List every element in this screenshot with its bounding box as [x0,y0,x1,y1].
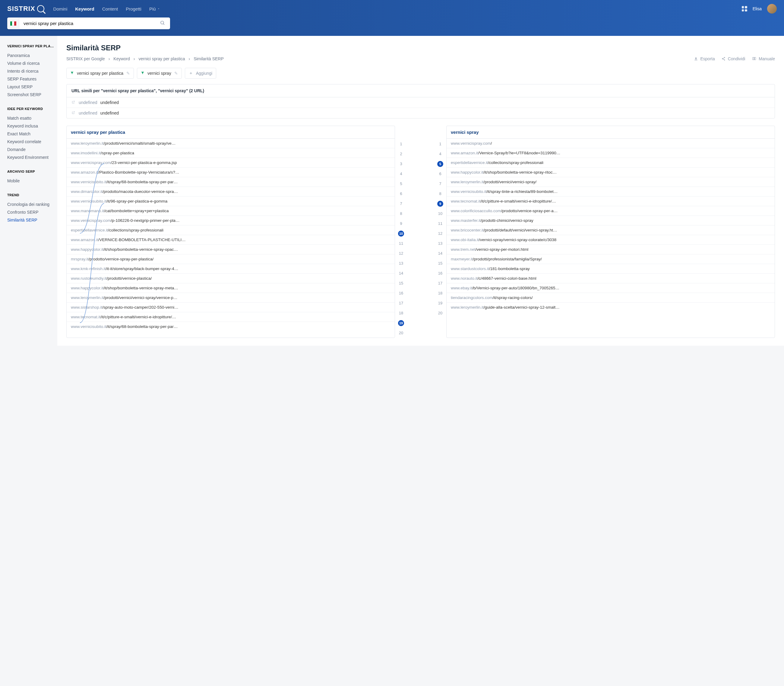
sidebar-item[interactable]: Mobile [7,177,57,185]
position-number: 16 [395,291,407,296]
sidebar-item[interactable]: Volume di ricerca [7,59,57,67]
position-number: 5 [437,161,443,167]
serp-row[interactable]: espertidellavernice.it/collections/spray… [447,158,775,167]
serp-row[interactable]: www.dimarcolor.it/prodotto/macota-duecol… [67,186,395,196]
serp-row[interactable]: www.amazon.it/VERNICE-BOMBOLETTA-PLASTIC… [67,235,395,245]
serp-row[interactable]: mrspray.it/prodotto/vernice-spray-per-pl… [67,254,395,264]
serp-row[interactable]: www.colorificiosaccullo.com/prodotto/ver… [447,206,775,216]
sidebar-item[interactable]: Screenshot SERP [7,91,57,98]
nav-item[interactable]: Più [149,7,160,11]
column-header: vernici spray [447,126,775,139]
serp-row[interactable]: www.happycolor.it/it/shop/bomboletta-ver… [447,167,775,177]
serp-row[interactable]: www.vernicisubito.it/it/spray/68-bombole… [67,322,395,331]
nav-item[interactable]: Progetti [126,7,141,11]
serp-row[interactable]: www.leroymerlin.it/guide-alla-scelta/ver… [447,302,775,312]
country-flag[interactable] [7,18,19,29]
serp-row[interactable]: www.happycolor.it/it/shop/bomboletta-ver… [67,283,395,293]
edit-icon[interactable]: ✎ [126,71,130,76]
sidebar-item[interactable]: Similarità SERP [7,216,57,224]
sidebar-section-title: IDEE PER KEYWORD [7,107,57,111]
serp-row[interactable]: www.amazon.it/Vernice-Spray/b?ie=UTF8&no… [447,148,775,158]
serp-columns: vernici spray per plastica www.leroymerl… [66,126,775,338]
serp-row[interactable]: www.leroymerlin.it/prodotti/vernici/smal… [67,139,395,148]
search-input[interactable] [19,18,155,29]
sidebar-item[interactable]: Confronto SERP [7,208,57,216]
sidebar-item[interactable]: Cronologia dei ranking [7,201,57,208]
serp-row[interactable]: www.leroymerlin.it/prodotti/vernici/vern… [67,293,395,302]
serp-row[interactable]: www.manomano.it/cat/bombolette+spray+per… [67,206,395,216]
serp-row[interactable]: www.amazon.it/Plastico-Bombolette-spray-… [67,167,395,177]
sidebar-item[interactable]: Keyword correlate [7,138,57,145]
search-icon[interactable] [155,20,170,26]
serp-row[interactable]: www.happycolor.it/it/shop/bomboletta-ver… [67,245,395,254]
breadcrumb-item[interactable]: vernici spray per plastica [138,56,185,61]
edit-icon[interactable]: ✎ [174,71,178,76]
filter-chip[interactable]: vernici spray per plastica ✎ [66,68,134,78]
serp-row[interactable]: tiendaracingcolors.com/it/spray-racing-c… [447,293,775,302]
avatar[interactable] [767,4,777,13]
position-number: 18 [395,311,407,315]
serp-row[interactable]: www.trem.net/vernici-spray-per-motori.ht… [447,245,775,254]
sidebar-item[interactable]: SERP Features [7,75,57,83]
main-content: Similarità SERP SISTRIX per Google›Keywo… [57,36,784,346]
sidebar-item[interactable]: Keyword inclusa [7,122,57,130]
serp-row[interactable]: www.rustoleumdiy.it/prodotti/vernice-pla… [67,273,395,283]
position-number: 12 [395,251,407,256]
serp-row[interactable]: www.vernicispray.com/23-vernici-per-plas… [67,158,395,167]
external-link-icon [72,111,76,116]
position-number: 18 [434,291,446,296]
sidebar-item[interactable]: Domande [7,145,57,154]
sidebar-item[interactable]: Keyword Environment [7,154,57,161]
export-button[interactable]: Esporta [694,56,715,61]
breadcrumb-item[interactable]: Keyword [113,56,130,61]
column-header: vernici spray per plastica [67,126,395,139]
position-number: 13 [434,241,446,246]
share-button[interactable]: Condividi [722,56,745,61]
serp-row[interactable]: www.masterfer.it/prodotti-chimici/vernic… [447,216,775,225]
position-number: 16 [434,271,446,276]
serp-row[interactable]: www.sistarshop.it/spray-auto-moto-camper… [67,302,395,312]
sidebar-item[interactable]: Intento di ricerca [7,67,57,75]
serp-row[interactable]: www.vernicispray.com/ [447,139,775,148]
serp-row[interactable]: www.tecnomat.it/it/c/pitture-e-smalti/ve… [447,196,775,206]
manual-button[interactable]: Manuale [752,56,775,61]
position-number: 17 [395,301,407,305]
similar-url-row[interactable]: undefinedundefined [67,97,775,108]
serp-row[interactable]: www.stardustcolors.it/181-bomboletta-spr… [447,264,775,273]
sidebar-item[interactable]: Match esatto [7,114,57,122]
sidebar-item[interactable]: Panoramica [7,52,57,59]
serp-row[interactable]: www.vernicispray.com/p-106226-0-nextgrip… [67,216,395,225]
add-filter-button[interactable]: ＋ Aggiungi [185,68,216,78]
serp-row[interactable]: maxmeyer.it/prodotti/professionista/fami… [447,254,775,264]
apps-icon[interactable] [742,6,747,11]
nav-item[interactable]: Keyword [75,7,94,11]
similar-urls-panel: URL simili per "vernici spray per plasti… [66,84,775,118]
serp-row[interactable]: espertidellavernice.it/collections/spray… [67,225,395,235]
serp-row[interactable]: www.bricocenter.it/prodotti/default/vern… [447,225,775,235]
serp-row[interactable]: www.vernicisubito.it/it/96-spray-per-pla… [67,196,395,206]
similar-url-row[interactable]: undefinedundefined [67,108,775,118]
serp-row[interactable]: www.obi-italia.it/vernici-spray/vernici-… [447,235,775,245]
sidebar: VERNICI SPRAY PER PLA… PanoramicaVolume … [0,36,57,346]
serp-row[interactable]: www.norauto.it/c/48667-vernici-colori-ba… [447,273,775,283]
serp-row[interactable]: www.ebay.it/b/Vernici-spray-per-auto/180… [447,283,775,293]
position-number: 9 [437,201,443,207]
position-number: 14 [395,271,407,276]
position-number: 6 [395,191,407,196]
serp-row[interactable]: www.imodellini.it/spray-per-plastica [67,148,395,158]
serp-row[interactable]: www.vernicisubito.it/it/spray/68-bombole… [67,177,395,186]
serp-row[interactable]: www.kmk-refinish.it/it-it/store/spray/bl… [67,264,395,273]
logo[interactable]: SISTRIX [7,5,44,13]
sidebar-item[interactable]: Layout SERP [7,83,57,91]
serp-row[interactable]: www.vernicisubito.it/it/spray-tinte-a-ri… [447,186,775,196]
position-number: 1 [395,142,407,146]
filter-chip[interactable]: vernici spray ✎ [137,68,182,78]
user-name[interactable]: Elisa [753,7,762,11]
serp-row[interactable]: www.tecnomat.it/it/c/pitture-e-smalti/ve… [67,312,395,322]
nav-item[interactable]: Domini [53,7,67,11]
serp-row[interactable]: www.leroymerlin.it/prodotti/vernici/vern… [447,177,775,186]
nav-item[interactable]: Content [102,7,118,11]
sidebar-section-title: VERNICI SPRAY PER PLA… [7,44,57,48]
sidebar-item[interactable]: Exact Match [7,130,57,138]
breadcrumb-item[interactable]: SISTRIX per Google [66,56,105,61]
